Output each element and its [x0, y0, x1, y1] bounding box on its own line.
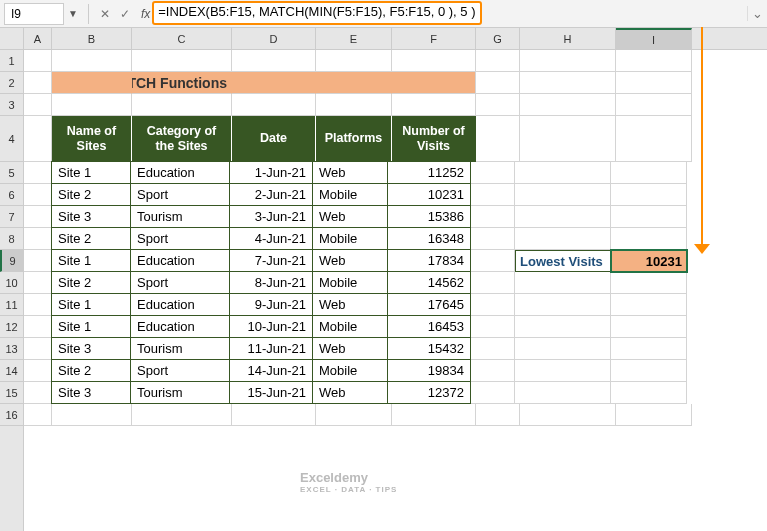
cell[interactable]	[611, 382, 687, 404]
cell[interactable]	[24, 250, 52, 272]
cell[interactable]	[24, 294, 52, 316]
cell[interactable]	[515, 184, 611, 206]
cancel-icon[interactable]: ✕	[95, 7, 115, 21]
cell[interactable]	[24, 382, 52, 404]
cell[interactable]	[52, 404, 132, 426]
title-cell[interactable]	[52, 72, 132, 94]
chevron-down-icon[interactable]: ▼	[64, 8, 82, 19]
title-cell[interactable]: Using INDEX MATCH Functions	[132, 72, 232, 94]
cell-site[interactable]: Site 2	[51, 271, 131, 294]
cell-date[interactable]: 9-Jun-21	[229, 293, 313, 316]
cell[interactable]	[471, 184, 515, 206]
row-header[interactable]: 13	[0, 338, 23, 360]
cell[interactable]	[616, 404, 692, 426]
cell-category[interactable]: Sport	[130, 227, 230, 250]
cell-platform[interactable]: Web	[312, 293, 388, 316]
cell[interactable]	[24, 184, 52, 206]
cell[interactable]	[515, 382, 611, 404]
cell-site[interactable]: Site 2	[51, 227, 131, 250]
cell[interactable]	[471, 272, 515, 294]
cell[interactable]	[520, 404, 616, 426]
row-header[interactable]: 8	[0, 228, 23, 250]
cell-platform[interactable]: Web	[312, 205, 388, 228]
cell[interactable]	[316, 404, 392, 426]
row-header[interactable]: 7	[0, 206, 23, 228]
row-header[interactable]: 10	[0, 272, 23, 294]
cell[interactable]	[616, 72, 692, 94]
cell[interactable]	[520, 50, 616, 72]
cell[interactable]	[24, 272, 52, 294]
cell-platform[interactable]: Web	[312, 381, 388, 404]
cell-date[interactable]: 11-Jun-21	[229, 337, 313, 360]
title-cell[interactable]	[392, 72, 476, 94]
cell-visits[interactable]: 14562	[387, 271, 471, 294]
table-header[interactable]: Category of the Sites	[132, 116, 232, 162]
cell-platform[interactable]: Mobile	[312, 315, 388, 338]
cell-date[interactable]: 10-Jun-21	[229, 315, 313, 338]
cell[interactable]	[471, 250, 515, 272]
cell[interactable]	[515, 272, 611, 294]
cell[interactable]	[515, 228, 611, 250]
cell-site[interactable]: Site 3	[51, 205, 131, 228]
cell[interactable]	[232, 404, 316, 426]
cell-visits[interactable]: 19834	[387, 359, 471, 382]
cell[interactable]	[616, 116, 692, 162]
cell[interactable]	[24, 316, 52, 338]
row-header[interactable]: 2	[0, 72, 23, 94]
col-header[interactable]: E	[316, 28, 392, 49]
cell[interactable]	[52, 94, 132, 116]
cell-category[interactable]: Sport	[130, 183, 230, 206]
cell-platform[interactable]: Web	[312, 161, 388, 184]
cell[interactable]	[24, 206, 52, 228]
cell[interactable]	[471, 316, 515, 338]
cell-category[interactable]: Tourism	[130, 205, 230, 228]
cell[interactable]	[476, 50, 520, 72]
cell[interactable]	[24, 50, 52, 72]
cell[interactable]	[471, 294, 515, 316]
cell-platform[interactable]: Mobile	[312, 271, 388, 294]
col-header[interactable]: B	[52, 28, 132, 49]
cell-platform[interactable]: Mobile	[312, 183, 388, 206]
cell[interactable]	[316, 50, 392, 72]
cell-visits[interactable]: 16453	[387, 315, 471, 338]
cell-date[interactable]: 4-Jun-21	[229, 227, 313, 250]
col-header[interactable]: C	[132, 28, 232, 49]
expand-formula-icon[interactable]: ⌄	[747, 6, 767, 21]
cell[interactable]	[476, 116, 520, 162]
cell[interactable]	[132, 404, 232, 426]
cell[interactable]	[611, 206, 687, 228]
table-header[interactable]: Date	[232, 116, 316, 162]
cell-platform[interactable]: Mobile	[312, 359, 388, 382]
cell-category[interactable]: Sport	[130, 271, 230, 294]
table-header[interactable]: Name of Sites	[52, 116, 132, 162]
confirm-icon[interactable]: ✓	[115, 7, 135, 21]
cell-visits[interactable]: 17834	[387, 249, 471, 272]
cell[interactable]	[316, 94, 392, 116]
col-header[interactable]: F	[392, 28, 476, 49]
cell-visits[interactable]: 17645	[387, 293, 471, 316]
cell-platform[interactable]: Mobile	[312, 227, 388, 250]
cell[interactable]	[471, 162, 515, 184]
col-header[interactable]: A	[24, 28, 52, 49]
cell[interactable]	[611, 294, 687, 316]
cell[interactable]	[476, 72, 520, 94]
row-header[interactable]: 5	[0, 162, 23, 184]
cell-visits[interactable]: 16348	[387, 227, 471, 250]
cell[interactable]	[52, 50, 132, 72]
formula-input[interactable]: =INDEX(B5:F15, MATCH(MIN(F5:F15), F5:F15…	[156, 1, 747, 27]
cell[interactable]	[515, 162, 611, 184]
cell[interactable]	[24, 338, 52, 360]
row-header[interactable]: 9	[0, 250, 23, 272]
cell[interactable]	[520, 94, 616, 116]
cell-category[interactable]: Education	[130, 161, 230, 184]
cell[interactable]	[476, 404, 520, 426]
cell-platform[interactable]: Web	[312, 337, 388, 360]
cell-date[interactable]: 14-Jun-21	[229, 359, 313, 382]
cell[interactable]	[611, 272, 687, 294]
cell-date[interactable]: 7-Jun-21	[229, 249, 313, 272]
cell-site[interactable]: Site 1	[51, 161, 131, 184]
cell[interactable]	[132, 94, 232, 116]
col-header[interactable]: H	[520, 28, 616, 49]
cell[interactable]	[476, 94, 520, 116]
cell-visits[interactable]: 12372	[387, 381, 471, 404]
